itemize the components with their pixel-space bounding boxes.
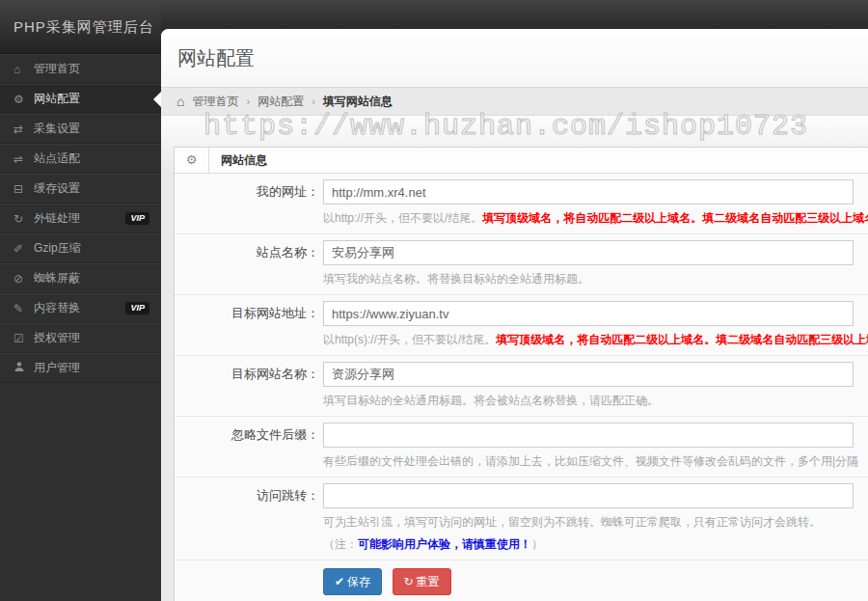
sidebar-item-external-links[interactable]: ↻ 外链处理 VIP: [0, 204, 161, 233]
refresh-icon: ↻: [404, 575, 414, 588]
help-gray: 可为主站引流，填写可访问的网址，留空则为不跳转。蜘蛛可正常爬取，只有正常访问才会…: [323, 515, 821, 529]
content-area: 网站配置 ⌂ 管理首页 › 网站配置 › 填写网站信息 https://www.…: [161, 29, 868, 601]
folder-icon: ⊟: [14, 182, 34, 196]
user-icon: [14, 361, 34, 375]
sidebar-item-site-adapt[interactable]: ⇌ 站点适配: [0, 144, 161, 174]
brand-title: PHP采集网管理后台: [0, 0, 161, 54]
field-my-url: 我的网址： 以http://开头，但不要以/结尾。填写顶级域名，将自动匹配二级以…: [175, 174, 868, 234]
gear-icon: ⚙: [175, 148, 209, 173]
field-ignore-ext: 忽略文件后缀： 有些后缀的文件处理会出错的，请添加上去，比如压缩文件、视频文件等…: [175, 417, 868, 478]
sidebar-item-label: 外链处理: [34, 210, 80, 227]
help-gray: 以http://开头，但不要以/结尾。: [323, 211, 482, 225]
retweet-icon: ⇄: [14, 123, 34, 136]
home-icon: ⌂: [176, 94, 184, 109]
sidebar-item-label: 采集设置: [34, 121, 80, 137]
sidebar-item-label: 用户管理: [34, 360, 80, 376]
field-note: （注：可能影响用户体验，请慎重使用！）: [323, 536, 868, 553]
sidebar-item-label: 管理首页: [34, 61, 80, 77]
form-actions: ✔保存 ↻重置: [175, 560, 868, 601]
field-help: 有些后缀的文件处理会出错的，请添加上去，比如压缩文件、视频文件等修改会乱码的文件…: [323, 453, 868, 470]
compress-icon: ✐: [14, 242, 34, 256]
note-prefix: （注：: [323, 537, 358, 551]
home-icon: ⌂: [14, 63, 34, 76]
field-label: 忽略文件后缀：: [175, 423, 319, 448]
save-label: 保存: [347, 575, 370, 588]
field-help: 填写我的站点名称。将替换目标站的全站通用标题。: [323, 271, 868, 287]
sidebar-item-content-replace[interactable]: ✎ 内容替换 VIP: [0, 293, 161, 323]
field-label: 访问跳转：: [175, 483, 319, 508]
vip-badge: VIP: [125, 212, 149, 225]
field-target-url: 目标网站地址： 以http(s)://开头，但不要以/结尾。填写顶级域名，将自动…: [175, 295, 868, 356]
pencil-icon: ✎: [14, 302, 34, 315]
chevron-right-icon: ›: [312, 96, 315, 107]
sidebar-item-home[interactable]: ⌂ 管理首页: [0, 54, 161, 84]
sidebar-item-label: 蜘蛛屏蔽: [34, 270, 80, 287]
gear-icon: ⚙: [14, 93, 34, 106]
sidebar-item-label: 站点适配: [34, 150, 80, 167]
field-site-name: 站点名称： 填写我的站点名称。将替换目标站的全站通用标题。: [175, 234, 868, 295]
sidebar-item-spider-block[interactable]: ⊘ 蜘蛛屏蔽: [0, 263, 161, 293]
reset-label: 重置: [417, 575, 440, 588]
my-url-input[interactable]: [323, 179, 854, 205]
help-gray: 填写我的站点名称。将替换目标站的全站通用标题。: [323, 272, 589, 286]
check-icon: ☑: [14, 332, 34, 345]
note-blue: 可能影响用户体验，请慎重使用！: [358, 537, 531, 551]
sidebar-item-label: 网站配置: [34, 91, 80, 107]
field-label: 我的网址：: [175, 179, 319, 205]
sidebar-item-user-manage[interactable]: 用户管理: [0, 353, 161, 383]
sidebar-item-label: 授权管理: [34, 330, 80, 346]
sidebar-item-label: Gzip压缩: [34, 240, 81, 257]
sidebar-item-gzip[interactable]: ✐ Gzip压缩: [0, 233, 161, 263]
sidebar-item-auth-manage[interactable]: ☑ 授权管理: [0, 323, 161, 353]
content-body: ⚙ 网站信息 我的网址： 以http://开头，但不要以/结尾。填写顶级域名，将…: [161, 116, 868, 601]
field-help: 可为主站引流，填写可访问的网址，留空则为不跳转。蜘蛛可正常爬取，只有正常访问才会…: [323, 514, 868, 531]
panel-header: ⚙ 网站信息: [175, 148, 868, 174]
help-gray: 以http(s)://开头，但不要以/结尾。: [323, 333, 496, 346]
redirect-input[interactable]: [323, 483, 854, 508]
sidebar-item-site-config[interactable]: ⚙ 网站配置: [0, 84, 161, 114]
chevron-right-icon: ›: [246, 96, 250, 107]
check-icon: ✔: [335, 575, 344, 588]
sidebar-nav: ⌂ 管理首页 ⚙ 网站配置 ⇄ 采集设置 ⇌ 站点适配 ⊟ 缓存设置 ↻ 外链处…: [0, 54, 161, 383]
main-area: 网站配置 ⌂ 管理首页 › 网站配置 › 填写网站信息 https://www.…: [161, 0, 868, 601]
vip-badge: VIP: [125, 302, 149, 314]
panel-title: 网站信息: [209, 148, 267, 173]
reset-button[interactable]: ↻重置: [393, 568, 451, 595]
breadcrumb: ⌂ 管理首页 › 网站配置 › 填写网站信息: [161, 87, 868, 116]
field-help: 以http://开头，但不要以/结尾。填写顶级域名，将自动匹配二级以上域名。填二…: [323, 210, 868, 227]
sidebar-item-label: 内容替换: [34, 300, 80, 316]
note-suffix: ）: [531, 537, 543, 551]
ignore-ext-input[interactable]: [323, 423, 854, 448]
site-info-panel: ⚙ 网站信息 我的网址： 以http://开头，但不要以/结尾。填写顶级域名，将…: [174, 147, 868, 601]
sidebar-item-label: 缓存设置: [34, 180, 80, 197]
save-button[interactable]: ✔保存: [323, 568, 382, 595]
help-gray: 有些后缀的文件处理会出错的，请添加上去，比如压缩文件、视频文件等修改会乱码的文件…: [323, 454, 858, 468]
field-label: 目标网站地址：: [175, 301, 319, 326]
breadcrumb-site-config[interactable]: 网站配置: [258, 94, 304, 110]
field-redirect: 访问跳转： 可为主站引流，填写可访问的网址，留空则为不跳转。蜘蛛可正常爬取，只有…: [175, 478, 868, 560]
field-target-name: 目标网站名称： 填写目标站的全站通用标题。将会被站点名称替换，请匹配正确。: [175, 356, 868, 417]
app-window: PHP采集网管理后台 ⌂ 管理首页 ⚙ 网站配置 ⇄ 采集设置 ⇌ 站点适配 ⊟…: [0, 0, 868, 601]
page-title: 网站配置: [161, 29, 868, 87]
sidebar: PHP采集网管理后台 ⌂ 管理首页 ⚙ 网站配置 ⇄ 采集设置 ⇌ 站点适配 ⊟…: [0, 0, 161, 601]
field-help: 填写目标站的全站通用标题。将会被站点名称替换，请匹配正确。: [323, 393, 868, 409]
eye-blocked-icon: ⊘: [14, 272, 34, 286]
breadcrumb-current: 填写网站信息: [323, 94, 393, 110]
top-bar: [161, 0, 868, 29]
field-label: 站点名称：: [175, 240, 319, 265]
field-label: 目标网站名称：: [175, 362, 319, 387]
shuffle-icon: ⇌: [14, 152, 34, 166]
help-gray: 填写目标站的全站通用标题。将会被站点名称替换，请匹配正确。: [323, 394, 659, 407]
sidebar-item-cache-settings[interactable]: ⊟ 缓存设置: [0, 174, 161, 204]
target-name-input[interactable]: [323, 362, 854, 387]
field-help: 以http(s)://开头，但不要以/结尾。填写顶级域名，将自动匹配二级以上域名…: [323, 332, 868, 348]
sidebar-item-collect-settings[interactable]: ⇄ 采集设置: [0, 114, 161, 144]
site-name-input[interactable]: [323, 240, 854, 265]
refresh-icon: ↻: [14, 212, 34, 226]
help-red: 填写顶级域名，将自动匹配二级以上域名。填二级域名自动匹配三级以上域名。以此类推。: [496, 333, 868, 346]
breadcrumb-home[interactable]: 管理首页: [192, 94, 238, 110]
target-url-input[interactable]: [323, 301, 854, 326]
help-red: 填写顶级域名，将自动匹配二级以上域名。填二级域名自动匹配三级以上域名。以此类推。: [482, 211, 868, 225]
